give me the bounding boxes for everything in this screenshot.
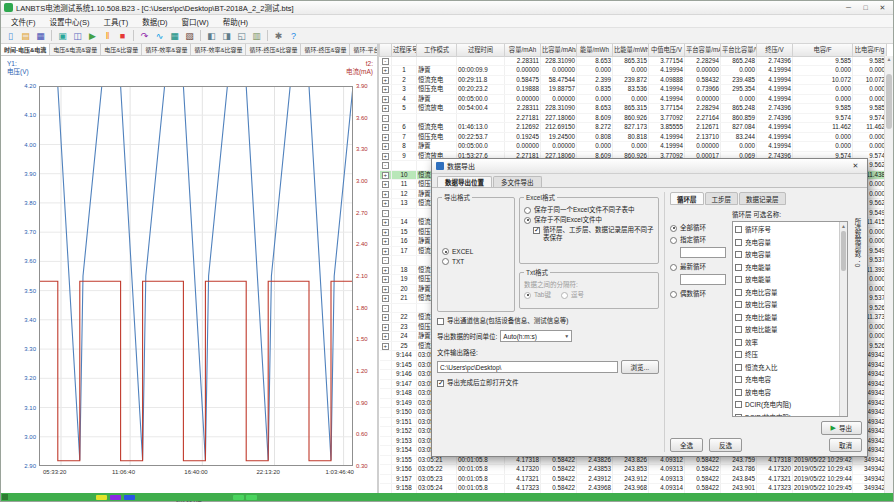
field-checkbox[interactable] (735, 301, 742, 308)
cycle-scope-radio-1[interactable]: 指定循环 (670, 236, 728, 244)
row-expander[interactable]: + (382, 343, 389, 350)
report-icon[interactable]: ▧ (183, 29, 196, 42)
row-expander[interactable]: + (382, 143, 389, 150)
row-expander[interactable]: + (382, 238, 389, 245)
open-after-checkbox[interactable] (437, 380, 444, 387)
jump-step-icon[interactable]: ↷ (138, 29, 151, 42)
field-checkbox[interactable] (735, 339, 742, 346)
column-header-5[interactable]: 能量/mWh (577, 44, 613, 56)
data-table-icon[interactable]: ▦ (168, 29, 181, 42)
chart-tab-5[interactable]: 循环-终压&比容量 (246, 44, 301, 55)
row-expander[interactable]: + (382, 153, 389, 160)
table-row[interactable]: +5恒流放电00:54:00.42.28311228.310908.653865… (380, 104, 887, 114)
excel-radio-1[interactable]: 保存于不同Excel文件中 (524, 216, 654, 224)
layout-split-icon[interactable]: ◨ (220, 29, 233, 42)
column-header-3[interactable]: 容量/mAh (505, 44, 541, 56)
menu-item-1[interactable]: 设置中心(S) (43, 15, 97, 27)
menu-item-2[interactable]: 工具(T) (97, 15, 136, 27)
table-row[interactable]: -2.28311228.310908.653865.3153.771542.28… (380, 56, 887, 66)
save-icon[interactable]: ▦ (34, 29, 47, 42)
row-expander[interactable]: - (382, 58, 389, 65)
field-checkbox[interactable] (735, 289, 742, 296)
column-header-11[interactable]: 电容/F (793, 44, 853, 56)
field-option-2[interactable]: 放电容量 (735, 248, 837, 261)
row-expander[interactable]: + (382, 200, 389, 207)
chart-tab-0[interactable]: 时间-电压&电流 (1, 44, 50, 55)
layout-quad-icon[interactable]: ◱ (235, 29, 248, 42)
output-path-input[interactable]: C:\Users\pc\Desktop\ (437, 361, 618, 373)
field-checkbox[interactable] (735, 376, 742, 383)
field-option-4[interactable]: 放电能量 (735, 273, 837, 286)
table-row[interactable]: 9:15803:05:2400:01:05.84.173230.584222.4… (380, 484, 887, 494)
row-expander[interactable]: + (382, 295, 389, 302)
field-option-13[interactable]: 放电电容 (735, 386, 837, 399)
channel-info-option[interactable]: 导出通道信息(包括设备信息、测试信息等) (437, 317, 659, 325)
txt-radio-1[interactable]: 逗号 (561, 291, 584, 299)
new-file-icon[interactable]: ▯ (4, 29, 17, 42)
scrollbar-thumb[interactable] (886, 74, 892, 129)
row-expander[interactable]: - (382, 115, 389, 122)
channel-status-block[interactable] (96, 495, 107, 500)
open-after-option[interactable]: 导出完成后立即打开文件 (437, 379, 659, 387)
settings-icon[interactable]: ✱ (272, 29, 285, 42)
format-radio-1[interactable]: TXT (442, 258, 510, 266)
dialog-close-button[interactable]: ✕ (848, 160, 863, 172)
field-checkbox[interactable] (735, 326, 742, 333)
channel-monitor-icon[interactable]: ◫ (71, 29, 84, 42)
format-radio-0[interactable]: EXCEL (442, 248, 510, 256)
row-expander[interactable]: + (382, 229, 389, 236)
table-row[interactable]: +4静置00:05:00.00.000000.000000.0000.0004.… (380, 94, 887, 104)
cycle-scope-radio-1-input[interactable] (680, 247, 726, 258)
field-option-1[interactable]: 充电容量 (735, 236, 837, 249)
cycle-scope-radio-3[interactable]: 偶数循环 (670, 290, 728, 298)
column-header-7[interactable]: 中值电压/V (649, 44, 685, 56)
start-test-icon[interactable]: ▶ (86, 29, 99, 42)
subtable-checkbox[interactable] (533, 227, 540, 234)
dialog-tab-1[interactable]: 多文件导出 (493, 176, 542, 187)
table-row[interactable]: +8静置00:05:00.00.000000.000000.0000.0004.… (380, 142, 887, 152)
field-option-3[interactable]: 充电能量 (735, 261, 837, 274)
export-button[interactable]: ▶ 导出 (821, 421, 862, 435)
column-header-8[interactable]: 平台容量/mAh (685, 44, 721, 56)
row-expander[interactable]: + (382, 86, 389, 93)
chart-tab-2[interactable]: 电压&比容量 (101, 44, 142, 55)
column-header-4[interactable]: 比容量/mAh/g (541, 44, 577, 56)
field-checkbox[interactable] (735, 264, 742, 271)
browse-button[interactable]: 浏览... (621, 360, 659, 374)
field-option-14[interactable]: DCIR(充电内阻) (735, 398, 837, 411)
cascade-windows-icon[interactable]: ▥ (250, 29, 263, 42)
field-option-5[interactable]: 充电比容量 (735, 286, 837, 299)
column-header-12[interactable]: 比电容/F/g (853, 44, 887, 56)
layer-tab-2[interactable]: 数据记录层 (739, 192, 786, 205)
cycle-scope-radio-0[interactable]: 全部循环 (670, 224, 728, 232)
menu-item-5[interactable]: 帮助(H) (216, 15, 255, 27)
excel-radio-0[interactable]: 保存于同一个Excel文件不同子表中 (524, 206, 654, 214)
close-button[interactable]: ✕ (874, 2, 891, 14)
channel-status-block[interactable] (124, 495, 135, 500)
row-expander[interactable]: + (382, 67, 389, 74)
row-expander[interactable]: + (382, 134, 389, 141)
table-row[interactable]: +1静置00:00:09.90.000000.000000.0000.0004.… (380, 66, 887, 76)
field-option-9[interactable]: 效率 (735, 336, 837, 349)
field-checkbox[interactable] (735, 276, 742, 283)
row-expander[interactable]: + (382, 324, 389, 331)
field-checkbox[interactable] (735, 351, 742, 358)
field-checkbox[interactable] (735, 251, 742, 258)
txt-radio-0[interactable]: Tab键 (524, 291, 551, 299)
layer-tab-1[interactable]: 工步层 (705, 192, 739, 205)
column-header-1[interactable]: 工作模式 (417, 44, 457, 56)
table-row[interactable]: +3恒压充电00:20:23.20.1988819.887570.83583.5… (380, 85, 887, 95)
column-header-10[interactable]: 终压/V (757, 44, 793, 56)
column-header-6[interactable]: 比能量/mWh/g (613, 44, 649, 56)
time-unit-select[interactable]: Auto(h:m:s) ▼ (500, 330, 572, 342)
row-expander[interactable]: + (382, 191, 389, 198)
table-row[interactable]: +7恒压充电00:22:53.70.1924519.245000.80880.8… (380, 132, 887, 142)
pause-test-icon[interactable]: ‖ (101, 29, 114, 42)
row-expander[interactable]: + (382, 248, 389, 255)
layer-tab-0[interactable]: 循环层 (670, 192, 704, 205)
field-checkbox[interactable] (735, 314, 742, 321)
menu-item-4[interactable]: 窗口(W) (175, 15, 216, 27)
row-expander[interactable]: + (382, 105, 389, 112)
row-expander[interactable]: - (382, 162, 389, 169)
cycle-scope-radio-2-input[interactable] (680, 274, 726, 285)
